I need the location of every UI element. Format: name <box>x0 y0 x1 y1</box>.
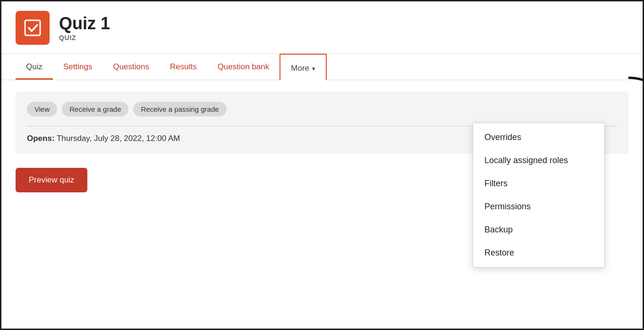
badge-receive-passing-grade: Receive a passing grade <box>133 102 226 116</box>
dropdown-item-backup[interactable]: Backup <box>473 218 604 241</box>
badge-receive-grade: Receive a grade <box>62 102 128 116</box>
dropdown-item-permissions[interactable]: Permissions <box>473 195 604 218</box>
dropdown-item-filters[interactable]: Filters <box>473 172 604 195</box>
opens-label: Opens: <box>27 134 55 143</box>
badge-view: View <box>27 102 57 116</box>
svg-rect-0 <box>25 20 40 35</box>
page-subtitle: QUIZ <box>59 34 110 41</box>
quiz-icon-svg <box>23 18 42 37</box>
page-title: Quiz 1 <box>59 14 110 33</box>
page-header: Quiz 1 QUIZ <box>1 1 643 54</box>
badges-row: View Receive a grade Receive a passing g… <box>27 102 617 116</box>
tab-more[interactable]: More ▾ <box>280 54 327 80</box>
nav-tabs: Quiz Settings Questions Results Question… <box>1 54 643 80</box>
tab-questions[interactable]: Questions <box>102 54 160 80</box>
header-text: Quiz 1 QUIZ <box>59 14 110 41</box>
preview-quiz-button[interactable]: Preview quiz <box>16 168 87 192</box>
dropdown-item-locally-assigned-roles[interactable]: Locally assigned roles <box>473 149 604 172</box>
quiz-icon <box>16 11 50 45</box>
tab-quiz[interactable]: Quiz <box>16 54 53 80</box>
chevron-down-icon: ▾ <box>312 65 315 72</box>
dropdown-menu: Overrides Locally assigned roles Filters… <box>473 123 605 268</box>
dropdown-item-restore[interactable]: Restore <box>473 241 604 264</box>
tab-results[interactable]: Results <box>160 54 207 80</box>
tab-question-bank[interactable]: Question bank <box>207 54 280 80</box>
page-wrapper: Quiz 1 QUIZ Quiz Settings Questions Resu… <box>1 1 643 329</box>
main-content: View Receive a grade Receive a passing g… <box>1 80 643 204</box>
dropdown-item-overrides[interactable]: Overrides <box>473 126 604 149</box>
tab-settings[interactable]: Settings <box>53 54 102 80</box>
tab-more-label: More <box>291 64 309 73</box>
opens-value: Thursday, July 28, 2022, 12:00 AM <box>57 134 180 143</box>
